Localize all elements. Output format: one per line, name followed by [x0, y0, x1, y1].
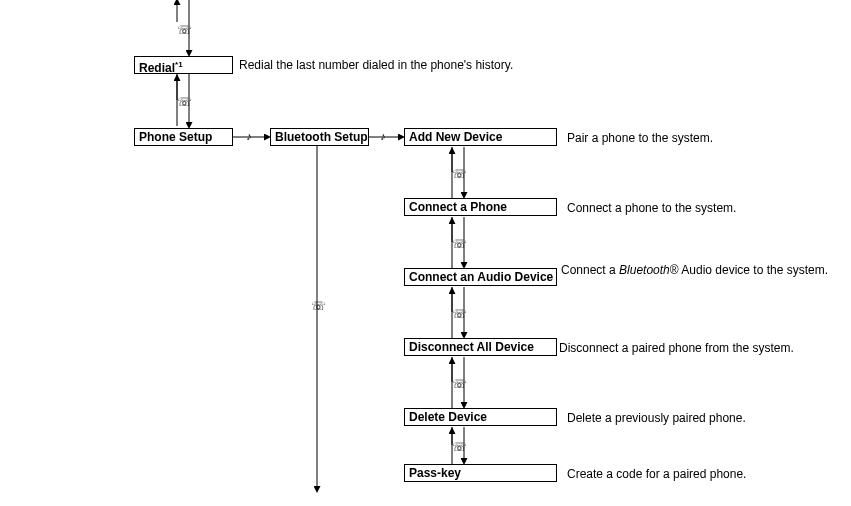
node-bluetooth-setup: Bluetooth Setup [270, 128, 369, 146]
node-pass-key: Pass-key [404, 464, 557, 482]
desc-connect-phone: Connect a phone to the system. [567, 201, 827, 216]
node-add-new-device: Add New Device [404, 128, 557, 146]
desc-add-new-device: Pair a phone to the system. [567, 131, 827, 146]
node-label: Redial [139, 61, 175, 75]
back-icon: ☏ [452, 378, 464, 390]
talk-icon: ♪ [243, 131, 255, 142]
node-superscript: *1 [175, 60, 183, 69]
back-icon: ☏ [452, 308, 464, 320]
desc-text: ® Audio device to the system. [670, 263, 828, 277]
back-icon: ☏ [452, 441, 464, 453]
desc-connect-audio: Connect a Bluetooth® Audio device to the… [561, 263, 831, 278]
diagram-canvas: ☏ ☏ ♪ ♪ ☏ ☏ ☏ ☏ ☏ ☏ Redial*1 Redial the … [0, 0, 851, 506]
node-redial: Redial*1 [134, 56, 233, 74]
node-connect-phone: Connect a Phone [404, 198, 557, 216]
desc-pass-key: Create a code for a paired phone. [567, 467, 827, 482]
desc-delete-device: Delete a previously paired phone. [567, 411, 827, 426]
node-phone-setup: Phone Setup [134, 128, 233, 146]
back-icon: ☏ [311, 300, 323, 312]
connector-lines [0, 0, 851, 506]
desc-disconnect-all: Disconnect a paired phone from the syste… [559, 341, 839, 356]
node-disconnect-all: Disconnect All Device [404, 338, 557, 356]
desc-text: Connect a [561, 263, 619, 277]
back-icon: ☏ [177, 24, 189, 36]
back-icon: ☏ [452, 168, 464, 180]
desc-redial: Redial the last number dialed in the pho… [239, 58, 559, 73]
node-connect-audio: Connect an Audio Device [404, 268, 557, 286]
talk-icon: ♪ [377, 131, 389, 142]
desc-brand: Bluetooth [619, 263, 670, 277]
node-delete-device: Delete Device [404, 408, 557, 426]
back-icon: ☏ [452, 238, 464, 250]
back-icon: ☏ [177, 96, 189, 108]
